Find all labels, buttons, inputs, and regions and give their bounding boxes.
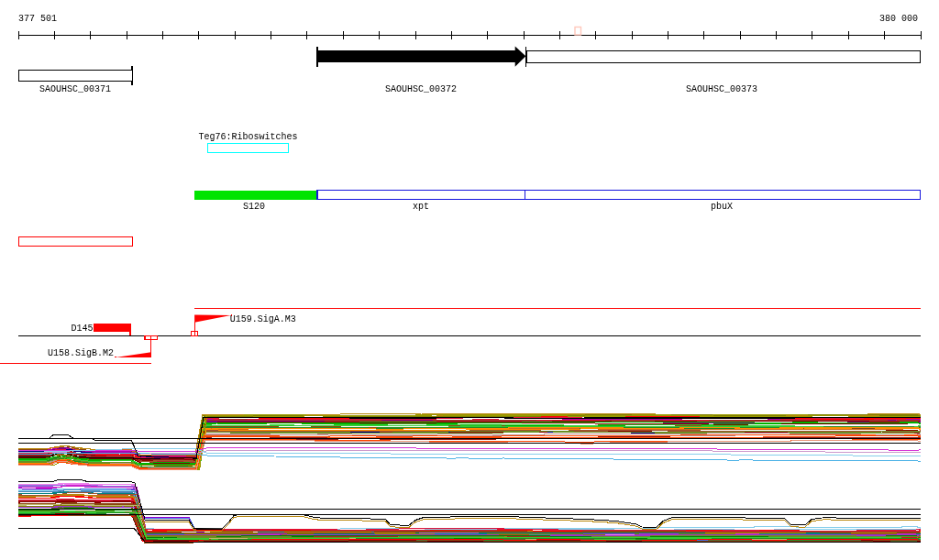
- svg-text:S120: S120: [243, 202, 265, 212]
- svg-text:U159.SigA.M3: U159.SigA.M3: [230, 314, 296, 324]
- svg-text:SAOUHSC_00373: SAOUHSC_00373: [686, 84, 757, 94]
- svg-text:D145: D145: [71, 324, 93, 334]
- svg-text:SAOUHSC_00371: SAOUHSC_00371: [39, 84, 111, 94]
- svg-text:377 501: 377 501: [18, 14, 57, 24]
- svg-text:380 000: 380 000: [879, 14, 918, 24]
- svg-text:Teg76:Riboswitches: Teg76:Riboswitches: [198, 132, 297, 142]
- svg-text:pbuX: pbuX: [711, 202, 733, 212]
- svg-text:xpt: xpt: [413, 202, 429, 212]
- svg-text:SAOUHSC_00372: SAOUHSC_00372: [385, 84, 457, 94]
- svg-text:U158.SigB.M2: U158.SigB.M2: [48, 348, 114, 358]
